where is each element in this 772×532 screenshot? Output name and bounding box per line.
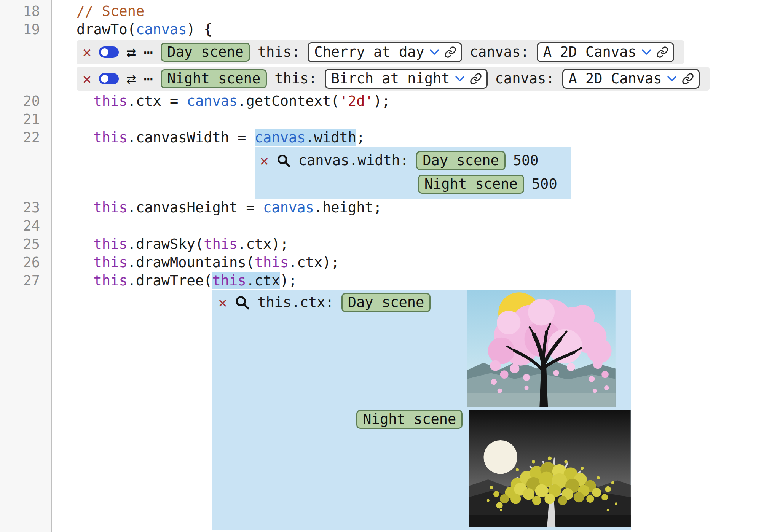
- this-label: this:: [274, 70, 317, 88]
- probe-expression-label: this.ctx:: [257, 293, 333, 312]
- code-token: drawTo(: [77, 21, 136, 38]
- line-number-26: 26: [0, 253, 51, 272]
- this-keyword: this: [94, 236, 128, 252]
- code-text-25[interactable]: this.drawSky(this.ctx);: [77, 235, 289, 253]
- probe-instance-row-night: ✕ ⇄ ⋯ Night scene this: Birch at night c…: [0, 65, 772, 92]
- this-binding-dropdown[interactable]: Cherry at day: [308, 42, 462, 62]
- dropdown-value: Cherry at day: [314, 43, 424, 61]
- code-line-19: 19 drawTo(canvas) {: [0, 21, 772, 39]
- code-token: );: [373, 93, 391, 109]
- code-token: .ctx =: [128, 93, 187, 109]
- canvas-token: canvas: [187, 93, 238, 109]
- canvas-param-token: canvas: [136, 21, 187, 38]
- link-icon[interactable]: [470, 73, 482, 85]
- code-text-27[interactable]: this.drawTree(this.ctx);: [77, 272, 297, 290]
- ctx-probe-night-row: Night scene: [356, 410, 631, 527]
- code-text-18[interactable]: // Scene: [77, 2, 144, 21]
- code-line-24: 24: [0, 217, 772, 235]
- dropdown-value: A 2D Canvas: [569, 70, 662, 88]
- code-token: .width: [305, 129, 356, 146]
- close-icon[interactable]: ✕: [218, 295, 227, 310]
- canvas-token: canvas: [263, 199, 314, 216]
- code-text-26[interactable]: this.drawMountains(this.ctx);: [77, 253, 340, 272]
- code-token: [77, 254, 94, 271]
- swap-icon[interactable]: ⇄: [126, 71, 136, 87]
- link-icon[interactable]: [656, 46, 668, 58]
- probed-expression-highlight[interactable]: canvas.width: [255, 129, 356, 146]
- string-token: '2d': [340, 93, 373, 109]
- canvas-binding-dropdown[interactable]: A 2D Canvas: [537, 42, 674, 62]
- code-text-22[interactable]: this.canvasWidth = canvas.width;: [77, 129, 365, 147]
- probe-result-row: Night scene 500: [418, 174, 557, 195]
- line-number-24: 24: [0, 217, 51, 235]
- result-value: 500: [532, 175, 557, 193]
- line-number-23: 23: [0, 199, 51, 217]
- code-text-23[interactable]: this.canvasHeight = canvas.height;: [77, 199, 382, 217]
- value-probe-row: ✕ canvas.width: Day scene 500 Night scen…: [0, 147, 772, 199]
- code-line-18: 18 // Scene: [0, 2, 772, 21]
- chevron-down-icon: [667, 75, 677, 83]
- probe-expression-label: canvas.width:: [298, 151, 409, 170]
- this-keyword: this: [204, 236, 238, 252]
- code-token: .ctx: [246, 272, 280, 289]
- code-text-28[interactable]: }: [77, 530, 85, 532]
- canvas-token: canvas: [255, 129, 306, 146]
- value-probe-this-ctx: ✕ this.ctx: Day scene: [212, 290, 631, 530]
- code-token: .drawSky(: [128, 236, 204, 252]
- code-line-23: 23 this.canvasHeight = canvas.height;: [0, 199, 772, 217]
- canvas-label: canvas:: [495, 70, 555, 88]
- code-line-20: 20 this.ctx = canvas.getContext('2d');: [0, 92, 772, 110]
- code-text-20[interactable]: this.ctx = canvas.getContext('2d');: [77, 92, 390, 110]
- code-token: [77, 272, 94, 289]
- result-badge-night[interactable]: Night scene: [356, 410, 463, 429]
- code-token: [77, 93, 94, 109]
- line-number-20: 20: [0, 92, 51, 110]
- close-icon[interactable]: ✕: [83, 45, 91, 59]
- line-number-22: 22: [0, 129, 51, 147]
- code-token: .drawMountains(: [128, 254, 255, 271]
- link-icon[interactable]: [682, 73, 694, 85]
- ctx-probe-row: ✕ this.ctx: Day scene: [0, 290, 772, 530]
- ctx-probe-day-row: ✕ this.ctx: Day scene: [212, 290, 631, 407]
- this-keyword: this: [94, 199, 128, 216]
- this-keyword: this: [94, 129, 128, 146]
- code-line-26: 26 this.drawMountains(this.ctx);: [0, 253, 772, 272]
- dropdown-value: Birch at night: [331, 70, 450, 88]
- result-badge-day[interactable]: Day scene: [341, 293, 431, 312]
- dropdown-value: A 2D Canvas: [543, 43, 636, 61]
- toggle-on-icon[interactable]: [99, 73, 119, 84]
- close-icon[interactable]: ✕: [83, 72, 91, 86]
- code-token: ;: [356, 129, 365, 146]
- more-options-icon[interactable]: ⋯: [144, 45, 153, 60]
- probed-expression-highlight[interactable]: this.ctx: [212, 272, 280, 289]
- more-options-icon[interactable]: ⋯: [144, 71, 153, 86]
- link-icon[interactable]: [444, 46, 456, 58]
- magnifier-icon[interactable]: [234, 295, 250, 310]
- this-keyword: this: [94, 272, 128, 289]
- toggle-on-icon[interactable]: [99, 46, 119, 58]
- line-number-18: 18: [0, 2, 51, 21]
- result-badge-day[interactable]: Day scene: [416, 151, 505, 170]
- close-icon[interactable]: ✕: [260, 153, 269, 168]
- magnifier-icon[interactable]: [276, 153, 291, 168]
- result-badge-night[interactable]: Night scene: [418, 175, 524, 194]
- this-keyword: this: [94, 254, 128, 271]
- line-number-25: 25: [0, 235, 51, 253]
- probe-instance-widget-day: ✕ ⇄ ⋯ Day scene this: Cherry at day canv…: [77, 40, 684, 64]
- code-token: .ctx);: [238, 236, 289, 252]
- code-line-28: 28 }: [0, 530, 772, 532]
- this-binding-dropdown[interactable]: Birch at night: [325, 69, 488, 89]
- probe-result-row: ✕ canvas.width: Day scene 500: [260, 150, 557, 171]
- code-token: .ctx);: [289, 254, 340, 271]
- canvas-label: canvas:: [470, 43, 529, 61]
- probe-instance-row-day: ✕ ⇄ ⋯ Day scene this: Cherry at day canv…: [0, 39, 772, 65]
- code-token: );: [280, 272, 297, 289]
- chevron-down-icon: [429, 48, 440, 56]
- swap-icon[interactable]: ⇄: [126, 44, 136, 60]
- this-label: this:: [258, 43, 300, 61]
- line-number-27: 27: [0, 272, 51, 290]
- instance-badge-night[interactable]: Night scene: [161, 69, 267, 88]
- canvas-binding-dropdown[interactable]: A 2D Canvas: [562, 69, 700, 89]
- code-text-19[interactable]: drawTo(canvas) {: [77, 21, 212, 39]
- instance-badge-day[interactable]: Day scene: [161, 43, 250, 62]
